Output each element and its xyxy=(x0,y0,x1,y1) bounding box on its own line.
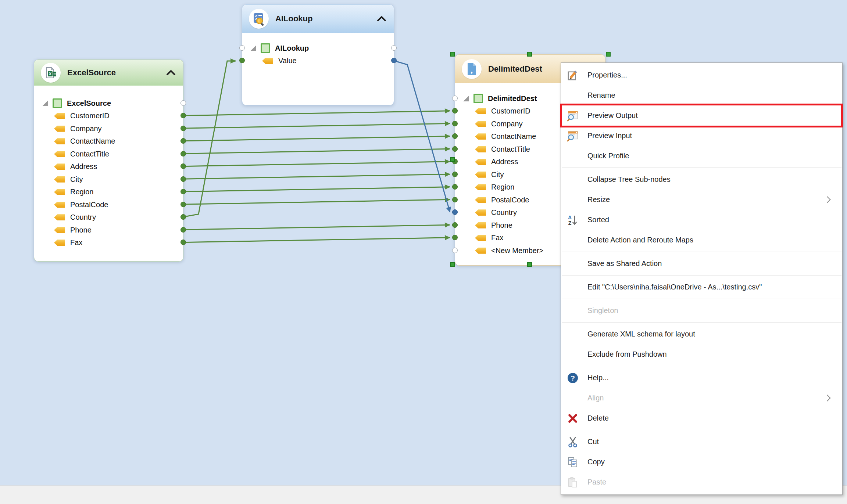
cut-icon xyxy=(567,436,579,448)
field-row[interactable]: Country xyxy=(34,211,183,224)
selection-handle[interactable] xyxy=(527,52,532,57)
menu-item-delete[interactable]: Delete xyxy=(561,408,842,428)
field-tag-icon xyxy=(475,248,486,254)
menu-item-edit-file[interactable]: Edit "C:\Users\niha.faisal\OneDrive - As… xyxy=(561,277,842,297)
selection-handle[interactable] xyxy=(450,262,455,267)
menu-item-sorted[interactable]: A Z Sorted xyxy=(561,210,842,230)
output-port[interactable] xyxy=(181,227,186,233)
menu-item-label: Delete Action and Reroute Maps xyxy=(587,236,836,244)
menu-item-quick-profile[interactable]: Quick Profile xyxy=(561,146,842,166)
field-tag-icon xyxy=(54,240,65,246)
input-port[interactable] xyxy=(452,197,458,202)
menu-item-properties[interactable]: Properties... xyxy=(561,65,842,85)
menu-item-label: Preview Output xyxy=(587,111,836,120)
chevron-up-icon[interactable] xyxy=(376,14,387,23)
node-root-icon xyxy=(53,98,62,108)
menu-item-help[interactable]: ? Help... xyxy=(561,368,842,388)
selection-handle[interactable] xyxy=(527,262,532,267)
input-port[interactable] xyxy=(239,45,245,51)
field-label: Phone xyxy=(70,226,92,234)
menu-item-label: Help... xyxy=(587,374,836,382)
input-port[interactable] xyxy=(452,108,458,114)
menu-item-label: Delete xyxy=(587,414,836,422)
expander-icon[interactable] xyxy=(250,46,256,51)
menu-item-rename[interactable]: Rename xyxy=(561,85,842,105)
paste-icon xyxy=(567,476,579,488)
chevron-up-icon[interactable] xyxy=(165,68,176,77)
field-tag-icon xyxy=(54,202,65,208)
menu-item-preview-output[interactable]: Preview Output xyxy=(561,105,842,126)
output-port[interactable] xyxy=(391,45,397,51)
input-port[interactable] xyxy=(452,172,458,177)
field-label: CustomerID xyxy=(70,112,110,120)
svg-text:A: A xyxy=(568,215,572,220)
node-ai-lookup[interactable]: AILookup AILookup Value xyxy=(242,4,394,105)
menu-item-label: Rename xyxy=(587,91,836,100)
input-port[interactable] xyxy=(452,146,458,152)
menu-item-cut[interactable]: Cut xyxy=(561,432,842,452)
menu-item-collapse-tree-sub-nodes[interactable]: Collapse Tree Sub-nodes xyxy=(561,169,842,190)
ai-lookup-header[interactable]: AILookup xyxy=(242,5,394,33)
menu-item-generate-xml-schema[interactable]: Generate XML schema for layout xyxy=(561,324,842,344)
input-port[interactable] xyxy=(452,121,458,126)
field-label: Value xyxy=(278,57,297,65)
ai-lookup-field-tree: AILookup Value xyxy=(242,33,394,67)
field-row[interactable]: Fax xyxy=(34,237,183,249)
menu-separator xyxy=(562,430,841,430)
menu-item-singleton: Singleton xyxy=(561,300,842,321)
field-label: City xyxy=(70,175,83,184)
field-tag-icon xyxy=(475,197,486,203)
input-port[interactable] xyxy=(452,133,458,139)
root-label: ExcelSource xyxy=(67,99,111,108)
output-port[interactable] xyxy=(181,100,186,106)
field-row[interactable]: ContactTitle xyxy=(34,148,183,161)
field-row[interactable]: Company xyxy=(34,122,183,135)
field-label: ContactName xyxy=(491,132,536,141)
menu-item-label: Resize xyxy=(587,195,825,204)
tree-root-row[interactable]: ExcelSource xyxy=(34,97,183,110)
menu-separator xyxy=(562,322,841,323)
selection-handle[interactable] xyxy=(450,52,455,57)
menu-item-delete-action-and-reroute-maps[interactable]: Delete Action and Reroute Maps xyxy=(561,230,842,250)
input-port[interactable] xyxy=(452,209,458,215)
field-row[interactable]: City xyxy=(34,173,183,186)
field-label: ContactTitle xyxy=(491,145,530,154)
input-port[interactable] xyxy=(452,222,458,228)
menu-item-save-as-shared-action[interactable]: Save as Shared Action xyxy=(561,253,842,274)
field-tag-icon xyxy=(475,121,486,127)
output-port[interactable] xyxy=(181,151,186,156)
tree-root-row[interactable]: AILookup xyxy=(242,42,394,55)
field-row[interactable]: ContactName xyxy=(34,135,183,148)
menu-item-preview-input[interactable]: Preview Input xyxy=(561,126,842,146)
input-port[interactable] xyxy=(452,235,458,240)
field-row[interactable]: Phone xyxy=(34,224,183,237)
expander-icon[interactable] xyxy=(463,96,469,101)
output-port[interactable] xyxy=(181,126,186,131)
help-icon: ? xyxy=(567,372,579,384)
menu-separator xyxy=(562,366,841,366)
output-port[interactable] xyxy=(181,202,186,207)
node-excel-source[interactable]: X ExcelSource ExcelSource CustomerID Com… xyxy=(34,60,183,262)
field-tag-icon xyxy=(54,227,65,233)
menu-item-copy[interactable]: Copy xyxy=(561,452,842,472)
excel-source-header[interactable]: X ExcelSource xyxy=(34,60,183,86)
menu-item-exclude-from-pushdown[interactable]: Exclude from Pushdown xyxy=(561,344,842,364)
selection-handle[interactable] xyxy=(606,52,611,57)
expander-icon[interactable] xyxy=(42,101,48,106)
field-tag-icon xyxy=(54,214,65,220)
field-row[interactable]: Address xyxy=(34,161,183,173)
menu-separator xyxy=(562,275,841,276)
field-row[interactable]: Region xyxy=(34,186,183,199)
field-label: Region xyxy=(491,183,514,191)
input-port[interactable] xyxy=(239,58,245,63)
svg-text:X: X xyxy=(49,72,52,76)
input-port[interactable] xyxy=(452,184,458,190)
output-port[interactable] xyxy=(181,176,186,182)
menu-item-resize[interactable]: Resize xyxy=(561,190,842,210)
input-port[interactable] xyxy=(452,96,458,101)
field-row[interactable]: CustomerID xyxy=(34,110,183,123)
input-port[interactable] xyxy=(452,248,458,253)
selection-handle[interactable] xyxy=(450,157,455,162)
field-row[interactable]: PostalCode xyxy=(34,198,183,211)
field-row[interactable]: Value xyxy=(242,55,394,68)
